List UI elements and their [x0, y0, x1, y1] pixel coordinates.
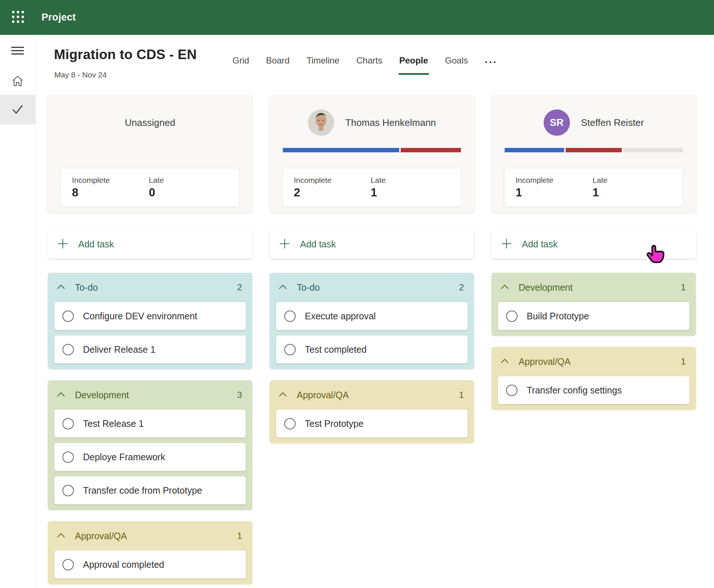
group-name: Approval/QA [519, 356, 571, 367]
stats-card: Incomplete 8 Late 0 [61, 168, 239, 207]
person-column: Thomas Henkelmann Incomplete 2 Late 1 [270, 95, 474, 584]
person-summary-card: SR Steffen Reister Incomplete 1 Late 1 [491, 95, 696, 212]
task-group: Development 3 Test Release 1 Deploye Fra… [48, 380, 252, 510]
task-group: To-do 2 Execute approval Test completed [270, 273, 474, 369]
group-count: 1 [681, 282, 687, 293]
group-name: Development [519, 282, 573, 293]
tab-board[interactable]: Board [266, 55, 289, 75]
tab-goals[interactable]: Goals [445, 55, 468, 75]
tab-charts[interactable]: Charts [356, 55, 382, 75]
task-title: Test Prototype [305, 418, 364, 429]
waffle-icon [11, 10, 25, 25]
late-value: 1 [371, 186, 447, 199]
person-summary-card: Thomas Henkelmann Incomplete 2 Late 1 [270, 95, 474, 212]
task-complete-circle[interactable] [284, 344, 296, 355]
avatar: SR [544, 109, 570, 136]
task-group: Approval/QA 1 Transfer config settings [491, 347, 696, 410]
group-count: 3 [237, 390, 244, 400]
home-icon [11, 75, 24, 88]
app-launcher-button[interactable] [0, 10, 36, 25]
board: Unassigned Incomplete 8 Late 0 Add ta [48, 95, 696, 584]
more-tabs-button[interactable]: ••• [485, 55, 498, 77]
task-card[interactable]: Transfer config settings [498, 376, 689, 404]
avatar-initials: SR [544, 109, 570, 136]
group-header[interactable]: To-do 2 [54, 273, 246, 302]
task-list: Build Prototype [498, 302, 689, 330]
task-card[interactable]: Deliver Release 1 [54, 335, 246, 363]
task-title: Execute approval [305, 311, 376, 322]
tab-grid[interactable]: Grid [232, 55, 249, 75]
task-groups: To-do 2 Configure DEV environment Delive… [48, 273, 252, 584]
tasks-button[interactable] [0, 95, 35, 124]
page-title: Migration to CDS - EN [54, 47, 197, 62]
task-card[interactable]: Test completed [276, 335, 468, 363]
task-group: To-do 2 Configure DEV environment Delive… [48, 273, 252, 369]
hamburger-icon [11, 46, 24, 57]
task-groups: Development 1 Build Prototype Approval/Q… [491, 273, 696, 410]
task-list: Execute approval Test completed [276, 302, 468, 363]
plus-icon [57, 238, 68, 250]
tab-people[interactable]: People [399, 55, 428, 75]
task-card[interactable]: Configure DEV environment [54, 302, 246, 330]
task-complete-circle[interactable] [284, 418, 296, 429]
chevron-up-icon [57, 531, 65, 541]
person-column: SR Steffen Reister Incomplete 1 Late 1 [491, 95, 696, 584]
add-task-button[interactable]: Add task [270, 229, 474, 259]
task-group: Approval/QA 1 Approval completed [48, 521, 252, 584]
date-range: May 8 - Nov 24 [54, 70, 107, 79]
task-group: Development 1 Build Prototype [491, 273, 696, 336]
task-title: Deliver Release 1 [83, 344, 155, 355]
tab-timeline[interactable]: Timeline [306, 55, 339, 75]
add-task-button[interactable]: Add task [48, 229, 252, 259]
chevron-up-icon [57, 390, 65, 400]
plus-icon [279, 238, 290, 250]
task-card[interactable]: Test Prototype [276, 410, 468, 438]
home-button[interactable] [0, 67, 35, 95]
incomplete-label: Incomplete [72, 176, 149, 185]
task-card[interactable]: Approval completed [54, 551, 246, 578]
group-name: To-do [75, 282, 98, 293]
view-tabs: GridBoardTimelineChartsPeopleGoals••• [232, 55, 498, 77]
task-complete-circle[interactable] [62, 418, 74, 429]
group-header[interactable]: Approval/QA 1 [276, 380, 468, 410]
task-card[interactable]: Deploye Framework [54, 443, 246, 471]
avatar [308, 109, 334, 136]
left-rail [0, 35, 36, 588]
task-complete-circle[interactable] [62, 311, 74, 322]
incomplete-stat: Incomplete 1 [516, 176, 592, 207]
task-complete-circle[interactable] [284, 311, 296, 322]
task-complete-circle[interactable] [62, 344, 74, 355]
person-row: Thomas Henkelmann [270, 109, 474, 136]
task-complete-circle[interactable] [62, 485, 74, 496]
group-header[interactable]: Approval/QA 1 [54, 521, 246, 551]
add-task-button[interactable]: Add task [491, 229, 696, 259]
progress-segment [283, 148, 399, 152]
person-name: Unassigned [125, 117, 175, 128]
progress-segment [505, 148, 564, 152]
task-card[interactable]: Test Release 1 [54, 410, 246, 438]
task-complete-circle[interactable] [506, 311, 518, 322]
group-header[interactable]: Development 1 [498, 273, 689, 302]
task-complete-circle[interactable] [62, 559, 74, 570]
task-card[interactable]: Transfer code from Prototype [54, 476, 246, 504]
task-complete-circle[interactable] [506, 385, 518, 396]
group-count: 1 [237, 531, 244, 541]
task-complete-circle[interactable] [62, 451, 74, 463]
late-stat: Late 1 [371, 176, 447, 207]
task-title: Test Release 1 [83, 418, 144, 429]
group-header[interactable]: Development 3 [54, 380, 246, 410]
task-title: Configure DEV environment [83, 311, 197, 322]
task-card[interactable]: Build Prototype [498, 302, 689, 330]
progress-segment [566, 148, 622, 152]
late-value: 0 [149, 186, 226, 199]
task-title: Transfer code from Prototype [83, 485, 202, 496]
task-card[interactable]: Execute approval [276, 302, 468, 330]
task-title: Transfer config settings [527, 385, 622, 396]
chevron-up-icon [500, 282, 509, 293]
menu-button[interactable] [0, 35, 35, 67]
person-name: Thomas Henkelmann [345, 117, 436, 128]
group-header[interactable]: Approval/QA 1 [498, 347, 689, 376]
progress-bar [505, 148, 683, 152]
group-header[interactable]: To-do 2 [276, 273, 468, 302]
stats-card: Incomplete 2 Late 1 [283, 168, 461, 207]
